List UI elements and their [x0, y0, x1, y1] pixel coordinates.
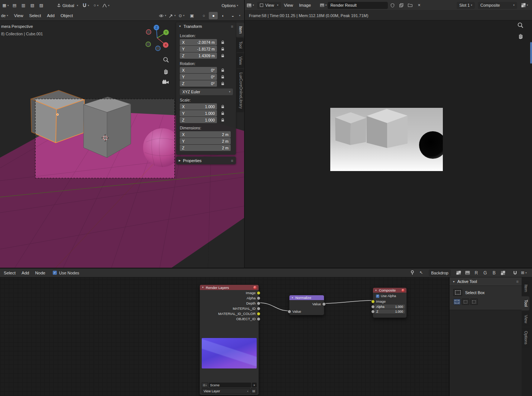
editor-type-button[interactable]: ▦▾	[1, 2, 10, 9]
socket-alpha[interactable]	[257, 296, 260, 300]
lock-icon[interactable]	[221, 47, 224, 51]
location-z-field[interactable]: Z1.4309 m	[180, 52, 217, 59]
viewport-camera-button[interactable]	[162, 80, 169, 85]
menu-view[interactable]: View	[281, 3, 296, 7]
viewport-pan-button[interactable]	[163, 68, 169, 74]
channel-g-button[interactable]: G	[481, 269, 490, 277]
panel-grip-icon[interactable]: ≡	[516, 279, 519, 284]
render-pass-dropdown[interactable]: Composite▾	[478, 2, 517, 9]
window-icon-3[interactable]: ▧	[28, 2, 37, 9]
lock-icon[interactable]	[221, 82, 224, 86]
use-nodes-toggle[interactable]: ✓ Use Nodes	[53, 271, 79, 275]
window-icon-4[interactable]: ▨	[37, 2, 46, 9]
node-normalize[interactable]: ▼Normalize Value Value	[289, 295, 324, 315]
socket-image[interactable]	[257, 291, 260, 295]
lock-icon[interactable]	[221, 112, 224, 115]
proportional-editing-toggle[interactable]: ○▾	[94, 3, 98, 7]
snapping-toggle[interactable]: ▾	[82, 3, 89, 8]
shading-solid-button[interactable]: ●	[209, 12, 218, 19]
scene-unlink-button[interactable]: ×	[252, 383, 257, 387]
node-snapping-toggle[interactable]	[510, 269, 519, 277]
snap-target-dropdown[interactable]: ⊞▾	[519, 269, 528, 277]
menu-add-3d[interactable]: Add	[44, 13, 57, 18]
image-editor-type-button[interactable]: ▾	[246, 1, 255, 9]
node-render-layers-header[interactable]: ▼Render Layers	[200, 285, 259, 290]
compositor-canvas[interactable]: ▼Render Layers Image Alpha Depth MATERIA…	[0, 277, 449, 396]
tab-view-bottom[interactable]: View	[522, 312, 529, 327]
transform-panel-header[interactable]: ▼ Transform ≡	[176, 22, 236, 30]
backdrop-image-alpha-button[interactable]	[454, 269, 463, 277]
scale-z-field[interactable]: Z1.000	[180, 117, 217, 123]
use-alpha-checkbox[interactable]: ✓	[376, 294, 379, 298]
falloff-dropdown[interactable]: ▾	[102, 4, 110, 7]
view-layer-dropdown[interactable]: View Layer▾	[202, 388, 250, 394]
rotation-x-field[interactable]: X0°	[180, 67, 217, 73]
image-editor-canvas[interactable]	[244, 20, 532, 268]
use-alpha-row[interactable]: ✓ Use Alpha	[373, 293, 406, 299]
pin-button[interactable]	[408, 269, 417, 277]
display-channels-button[interactable]: ▾	[520, 1, 529, 9]
socket-material-id-color[interactable]	[257, 312, 260, 316]
socket-depth[interactable]	[257, 302, 260, 305]
scale-x-field[interactable]: X1.000	[180, 103, 217, 110]
tab-item[interactable]: Item	[236, 23, 244, 37]
properties-panel-header[interactable]: ▶ Properties ≡	[176, 157, 236, 164]
render-layer-icon-button[interactable]: ▤	[251, 388, 257, 394]
image-browse-button[interactable]: ▾	[320, 3, 327, 7]
shading-rendered-button[interactable]: ◒	[228, 12, 237, 19]
scene-name-field[interactable]: Scene	[209, 383, 252, 387]
shading-wireframe-button[interactable]: ○	[199, 12, 208, 19]
select-mode-new-button[interactable]	[453, 299, 461, 305]
dimensions-z-field[interactable]: Z2 m	[180, 145, 231, 151]
socket-value-out[interactable]	[322, 302, 326, 306]
panel-grip-icon[interactable]: ≡	[231, 24, 233, 29]
lock-icon[interactable]	[221, 68, 224, 72]
dimensions-y-field[interactable]: Y2 m	[180, 138, 231, 144]
channel-alpha-button[interactable]	[499, 269, 507, 277]
tab-tool-bottom[interactable]: Tool	[522, 296, 529, 310]
node-normalize-header[interactable]: ▼Normalize	[289, 295, 324, 300]
tab-item-bottom[interactable]: Item	[522, 281, 529, 295]
lock-icon[interactable]	[221, 118, 224, 122]
slot-dropdown[interactable]: Slot 1▾	[457, 2, 475, 9]
node-render-layers[interactable]: ▼Render Layers Image Alpha Depth MATERIA…	[200, 284, 259, 395]
channel-r-button[interactable]: R	[472, 269, 481, 277]
scene-browse-button[interactable]: ◎▾	[202, 382, 208, 388]
alpha-value-slider[interactable]: Alpha1.000	[374, 305, 405, 309]
fake-user-button[interactable]	[388, 1, 397, 9]
image-editor-scrollbar[interactable]	[530, 42, 532, 64]
menu-add-node[interactable]: Add	[19, 271, 32, 275]
viewport-zoom-button[interactable]	[163, 57, 169, 63]
gizmos-dropdown[interactable]: ▾	[169, 14, 176, 18]
menu-node[interactable]: Node	[32, 271, 48, 275]
rotation-mode-dropdown[interactable]: XYZ Euler▾	[180, 88, 233, 95]
socket-material-id[interactable]	[257, 307, 260, 310]
lock-icon[interactable]	[221, 75, 224, 79]
unlink-image-button[interactable]: ×	[415, 1, 424, 9]
window-icon-1[interactable]: ▤	[10, 2, 19, 9]
lock-icon[interactable]	[221, 54, 224, 58]
rotation-y-field[interactable]: Y0°	[180, 74, 217, 80]
socket-object-id[interactable]	[257, 317, 260, 321]
menu-object-3d[interactable]: Object	[58, 13, 76, 18]
rotation-z-field[interactable]: Z0°	[180, 80, 217, 87]
use-nodes-checkbox[interactable]: ✓	[53, 271, 57, 275]
select-mode-extend-button[interactable]	[462, 299, 469, 305]
node-composite-header[interactable]: ▼Composite	[373, 288, 406, 293]
socket-z-in[interactable]	[371, 310, 375, 313]
socket-image-in[interactable]	[371, 300, 375, 303]
overlays-dropdown[interactable]: ⊙▾	[179, 14, 185, 18]
tab-options-bottom[interactable]: Options	[522, 328, 529, 348]
transform-orientation-dropdown[interactable]: Global▾	[57, 3, 78, 8]
image-name-field[interactable]: Render Result	[328, 2, 388, 9]
open-image-button[interactable]	[406, 1, 415, 9]
mode-dropdown[interactable]: de▾	[0, 13, 8, 18]
socket-value-in[interactable]	[288, 310, 291, 313]
xray-toggle[interactable]: ▣	[187, 12, 196, 19]
lock-icon[interactable]	[221, 41, 224, 44]
viewport-3d-canvas[interactable]: mera Perspective 8) Collection | Cube.00…	[0, 21, 244, 268]
backdrop-image-button[interactable]	[463, 269, 472, 277]
object-visibility-dropdown[interactable]: ▾	[159, 14, 166, 17]
tab-tool[interactable]: Tool	[236, 38, 244, 52]
options-dropdown[interactable]: Options▾	[222, 3, 238, 8]
